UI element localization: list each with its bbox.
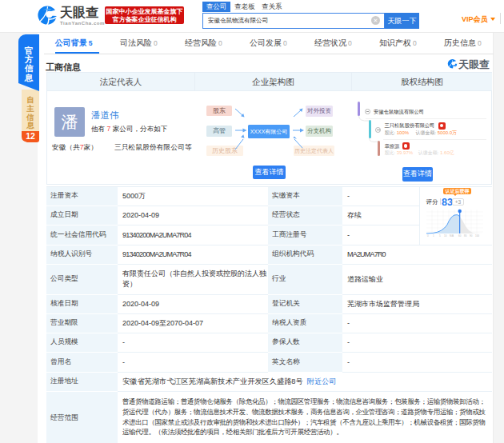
svg-text:60: 60 [458,234,462,237]
svg-text:100: 100 [475,234,479,237]
svg-text:90: 90 [470,234,473,237]
svg-text:0: 0 [427,234,429,237]
svg-text:5: 5 [439,234,441,237]
svg-text:N/A: N/A [450,234,454,237]
svg-text:10: 10 [444,234,447,237]
svg-text:80: 80 [464,234,467,237]
svg-text:天眼查: 天眼查 [458,58,490,70]
svg-text:1: 1 [433,234,434,237]
